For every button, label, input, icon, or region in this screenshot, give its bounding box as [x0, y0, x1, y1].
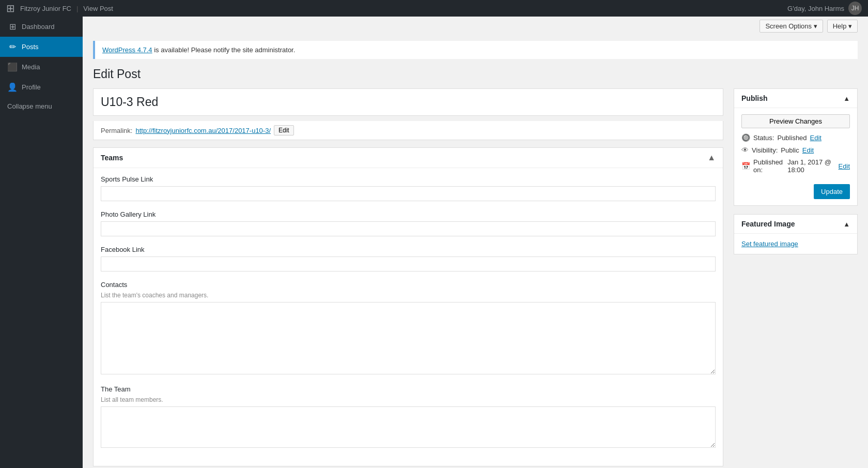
sidebar-item-profile[interactable]: 👤 Profile	[0, 77, 83, 97]
the-team-label: The Team	[101, 385, 716, 393]
contacts-desc: List the team's coaches and managers.	[101, 292, 716, 299]
screen-options-button[interactable]: Screen Options ▾	[760, 20, 823, 33]
calendar-icon: 📅	[741, 162, 750, 170]
status-icon: 🔘	[741, 133, 750, 142]
main-column: Permalink: http://fitzroyjuniorfc.com.au…	[93, 88, 723, 468]
facebook-link-field: Facebook Link	[101, 246, 716, 271]
the-team-field: The Team List all team members.	[101, 385, 716, 449]
sports-pulse-field: Sports Pulse Link	[101, 175, 716, 201]
contacts-label: Contacts	[101, 281, 716, 289]
facebook-link-input[interactable]	[101, 256, 716, 271]
featured-image-panel: Featured Image ▲ Set featured image	[734, 214, 858, 254]
sports-pulse-input[interactable]	[101, 186, 716, 201]
status-label: Status:	[753, 134, 774, 142]
published-value: Jan 1, 2017 @ 18:00	[787, 158, 835, 174]
permalink-url[interactable]: http://fitzroyjuniorfc.com.au/2017/2017-…	[135, 127, 271, 134]
contacts-textarea[interactable]	[101, 302, 716, 374]
side-column: Publish ▲ Preview Changes 🔘 Status: Publ…	[734, 88, 858, 263]
permalink-edit-button[interactable]: Edit	[274, 125, 294, 135]
status-row: 🔘 Status: Published Edit	[741, 133, 850, 142]
teams-metabox: Teams ▲ Sports Pulse Link Photo Gallery …	[93, 147, 723, 466]
main-content-wrapper: Screen Options ▾ Help ▾ WordPress 4.7.4 …	[83, 17, 868, 468]
the-team-textarea[interactable]	[101, 406, 716, 448]
visibility-label: Visibility:	[752, 146, 778, 154]
admin-bar: ⊞ Fitzroy Junior FC | View Post G'day, J…	[0, 0, 868, 17]
sports-pulse-label: Sports Pulse Link	[101, 175, 716, 183]
featured-image-header[interactable]: Featured Image ▲	[734, 215, 857, 234]
featured-image-body: Set featured image	[734, 234, 857, 254]
media-icon: ⬛	[7, 62, 18, 72]
visibility-value: Public	[781, 146, 799, 154]
sidebar-item-posts[interactable]: ✏ Posts	[0, 37, 83, 57]
teams-metabox-body: Sports Pulse Link Photo Gallery Link Fac…	[94, 168, 723, 466]
main-content: WordPress 4.7.4 is available! Please not…	[83, 36, 868, 468]
published-edit-link[interactable]: Edit	[839, 162, 850, 170]
view-post-link[interactable]: View Post	[83, 5, 113, 12]
visibility-row: 👁 Visibility: Public Edit	[741, 146, 850, 154]
post-title-input[interactable]	[94, 89, 723, 115]
preview-changes-button[interactable]: Preview Changes	[741, 114, 850, 128]
published-on-row: 📅 Published on: Jan 1, 2017 @ 18:00 Edit	[741, 158, 850, 174]
status-value: Published	[777, 134, 807, 142]
status-edit-link[interactable]: Edit	[810, 134, 822, 142]
page-title: Edit Post	[93, 67, 858, 81]
publish-panel: Publish ▲ Preview Changes 🔘 Status: Publ…	[734, 88, 858, 206]
wordpress-update-link[interactable]: WordPress 4.7.4	[102, 46, 152, 54]
featured-image-title: Featured Image	[741, 220, 795, 228]
update-button[interactable]: Update	[814, 184, 850, 199]
sidebar-item-media[interactable]: ⬛ Media	[0, 57, 83, 77]
publish-toggle-icon: ▲	[843, 95, 850, 102]
sidebar-item-dashboard[interactable]: ⊞ Dashboard	[0, 17, 83, 37]
facebook-link-label: Facebook Link	[101, 246, 716, 253]
photo-gallery-field: Photo Gallery Link	[101, 210, 716, 236]
posts-icon: ✏	[7, 42, 18, 52]
the-team-desc: List all team members.	[101, 396, 716, 403]
sidebar-item-label: Posts	[22, 43, 39, 51]
sidebar-item-label: Dashboard	[22, 23, 55, 31]
photo-gallery-input[interactable]	[101, 221, 716, 236]
featured-image-toggle-icon: ▲	[843, 220, 850, 228]
visibility-edit-link[interactable]: Edit	[802, 146, 814, 154]
dashboard-icon: ⊞	[7, 22, 18, 32]
update-notice: WordPress 4.7.4 is available! Please not…	[93, 41, 858, 59]
set-featured-image-link[interactable]: Set featured image	[741, 240, 798, 248]
edit-post-layout: Permalink: http://fitzroyjuniorfc.com.au…	[93, 88, 858, 468]
user-greeting: G'day, John Harms	[787, 5, 844, 12]
notice-text: is available! Please notify the site adm…	[152, 46, 296, 54]
contacts-field: Contacts List the team's coaches and man…	[101, 281, 716, 376]
teams-toggle-icon: ▲	[707, 153, 716, 162]
sidebar-item-label: Media	[22, 63, 40, 71]
teams-metabox-header[interactable]: Teams ▲	[94, 148, 723, 168]
help-button[interactable]: Help ▾	[827, 20, 858, 33]
teams-metabox-title: Teams	[101, 154, 123, 162]
avatar: JH	[848, 2, 862, 15]
photo-gallery-label: Photo Gallery Link	[101, 210, 716, 218]
permalink-label: Permalink:	[101, 127, 132, 134]
publish-panel-body: Preview Changes 🔘 Status: Published Edit…	[734, 108, 857, 205]
publish-panel-header[interactable]: Publish ▲	[734, 89, 857, 108]
visibility-icon: 👁	[741, 146, 749, 154]
publish-panel-title: Publish	[741, 94, 768, 102]
collapse-menu[interactable]: Collapse menu	[0, 97, 83, 115]
published-label: Published on:	[753, 158, 784, 174]
sidebar-item-label: Profile	[22, 83, 41, 91]
publish-footer: Update	[741, 178, 850, 199]
screen-options-bar: Screen Options ▾ Help ▾	[83, 17, 868, 36]
sidebar: ⊞ Dashboard ✏ Posts ⬛ Media 👤 Profile Co…	[0, 17, 83, 468]
permalink-row: Permalink: http://fitzroyjuniorfc.com.au…	[93, 121, 723, 140]
wp-logo-icon: ⊞	[6, 2, 15, 14]
site-name[interactable]: Fitzroy Junior FC	[20, 5, 71, 12]
post-title-box	[93, 88, 723, 116]
profile-icon: 👤	[7, 82, 18, 92]
